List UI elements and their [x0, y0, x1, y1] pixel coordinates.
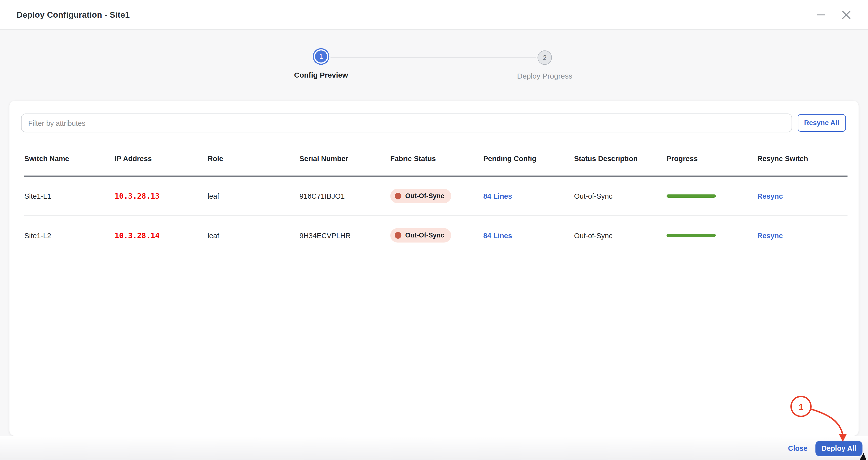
status-dot-icon: [395, 193, 401, 200]
cell-status-description: Out-of-Sync: [574, 231, 666, 240]
step-1-label: Config Preview: [294, 71, 348, 79]
progress-bar: [666, 194, 716, 198]
window-controls: [815, 0, 852, 29]
minimize-icon[interactable]: [815, 9, 827, 21]
column-header-progress: Progress: [666, 154, 757, 162]
cell-progress: [666, 234, 757, 237]
pending-config-link[interactable]: 84 Lines: [483, 192, 512, 200]
column-header-ip-address: IP Address: [115, 154, 208, 162]
table-toolbar: Resync All: [9, 101, 859, 132]
filter-input[interactable]: [21, 114, 792, 132]
cell-role: leaf: [208, 231, 300, 240]
status-badge-label: Out-Of-Sync: [405, 192, 444, 200]
resync-all-button[interactable]: Resync All: [797, 114, 846, 132]
column-header-resync-switch: Resync Switch: [757, 154, 848, 162]
pending-config-link[interactable]: 84 Lines: [483, 231, 512, 240]
table-header-row: Switch Name IP Address Role Serial Numbe…: [24, 141, 848, 177]
column-header-switch-name: Switch Name: [24, 154, 115, 162]
cell-status-description: Out-of-Sync: [574, 192, 666, 200]
cell-ip-address: 10.3.28.14: [115, 231, 208, 240]
deploy-configuration-dialog: Deploy Configuration - Site1 1 Config Pr…: [0, 0, 868, 460]
step-2-circle: 2: [537, 51, 552, 65]
cell-fabric-status: Out-Of-Sync: [390, 228, 483, 243]
cell-switch-name: Site1-L2: [24, 231, 115, 240]
column-header-pending-config: Pending Config: [483, 154, 574, 162]
column-header-fabric-status: Fabric Status: [390, 154, 483, 162]
cell-serial-number: 916C71IBJO1: [300, 192, 390, 200]
cell-pending-config: 84 Lines: [483, 192, 574, 200]
status-dot-icon: [395, 232, 401, 239]
stepper-step-deploy-progress[interactable]: 2 Deploy Progress: [484, 51, 606, 80]
cell-resync-switch: Resync: [757, 192, 848, 200]
column-header-status-description: Status Description: [574, 154, 666, 162]
status-badge: Out-Of-Sync: [390, 189, 451, 203]
close-button[interactable]: Close: [788, 444, 808, 452]
cell-pending-config: 84 Lines: [483, 231, 574, 240]
config-preview-card: Resync All Switch Name IP Address Role S…: [9, 101, 859, 436]
status-badge-label: Out-Of-Sync: [405, 232, 444, 239]
progress-bar: [666, 234, 716, 237]
stepper-step-config-preview[interactable]: 1 Config Preview: [260, 49, 382, 79]
switch-table: Switch Name IP Address Role Serial Numbe…: [9, 141, 859, 255]
cell-fabric-status: Out-Of-Sync: [390, 189, 483, 203]
column-header-role: Role: [208, 154, 300, 162]
cell-progress: [666, 194, 757, 198]
dialog-title: Deploy Configuration - Site1: [17, 10, 130, 20]
cell-switch-name: Site1-L1: [24, 192, 115, 200]
cell-role: leaf: [208, 192, 300, 200]
cell-resync-switch: Resync: [757, 231, 848, 240]
dialog-header: Deploy Configuration - Site1: [0, 0, 868, 30]
resync-link[interactable]: Resync: [757, 192, 783, 200]
cell-serial-number: 9H34ECVPLHR: [300, 231, 390, 240]
table-row: Site1-L2 10.3.28.14 leaf 9H34ECVPLHR Out…: [24, 216, 848, 255]
step-1-circle: 1: [314, 49, 328, 64]
status-badge: Out-Of-Sync: [390, 228, 451, 243]
table-row: Site1-L1 10.3.28.13 leaf 916C71IBJO1 Out…: [24, 177, 848, 216]
cell-ip-address: 10.3.28.13: [115, 192, 208, 201]
deploy-all-button[interactable]: Deploy All: [815, 440, 863, 456]
step-2-label: Deploy Progress: [517, 72, 572, 80]
column-header-serial-number: Serial Number: [300, 154, 390, 162]
resync-link[interactable]: Resync: [757, 231, 783, 240]
dialog-footer: Close Deploy All: [0, 436, 868, 460]
close-icon[interactable]: [840, 9, 852, 21]
